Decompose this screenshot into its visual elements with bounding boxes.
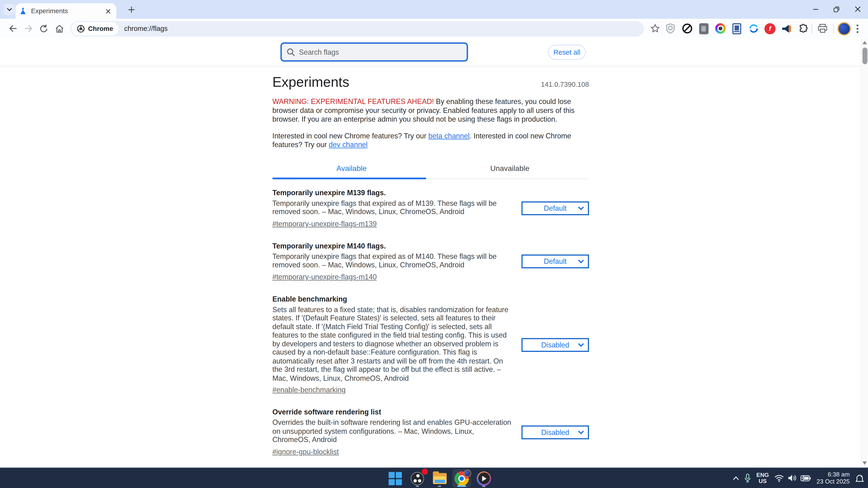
chevron-up-icon — [733, 476, 739, 480]
flag-value-select[interactable]: Default — [522, 255, 589, 269]
notification-center-button[interactable]: z — [855, 474, 864, 483]
profile-button[interactable] — [836, 21, 852, 36]
content-blocker-extension-button[interactable] — [681, 23, 692, 34]
shield-icon — [666, 23, 675, 34]
extensions-menu-button[interactable] — [798, 23, 809, 34]
tray-overflow-button[interactable] — [733, 476, 739, 480]
shield-extension-button[interactable] — [665, 23, 676, 34]
version-label: 141.0.7390.108 — [541, 81, 589, 89]
address-bar[interactable]: Chrome chrome://flags — [70, 21, 644, 36]
home-button[interactable] — [52, 21, 67, 36]
restore-icon — [833, 6, 840, 12]
back-button[interactable] — [5, 21, 21, 36]
flag-value: Disabled — [541, 428, 569, 436]
region-code: US — [758, 478, 767, 484]
search-flags-field[interactable] — [281, 43, 468, 62]
chevron-down-icon — [578, 430, 584, 434]
flag-description: Temporarily unexpire flags that expired … — [272, 199, 514, 217]
browser-menu-button[interactable] — [852, 21, 863, 36]
bookmark-star-icon — [650, 24, 659, 33]
flag-value: Disabled — [541, 340, 569, 349]
scrollbar-thumb[interactable] — [862, 47, 867, 64]
reload-icon — [39, 24, 49, 33]
document-extension-button[interactable] — [698, 23, 709, 34]
date-label: 23 Oct 2025 — [816, 478, 850, 485]
scroll-down-icon[interactable] — [862, 461, 867, 465]
svg-text:z: z — [861, 474, 862, 478]
flag-permalink[interactable]: #ignore-gpu-blocklist — [272, 448, 339, 456]
start-button[interactable] — [386, 469, 405, 487]
battery-icon — [801, 475, 811, 481]
flag-value-select[interactable]: Disabled — [522, 338, 589, 352]
search-input[interactable] — [299, 48, 462, 56]
file-explorer-button[interactable] — [430, 469, 449, 487]
taskbar-clock[interactable]: 6:38 am 23 Oct 2025 — [816, 471, 850, 485]
megaphone-extension-button[interactable] — [781, 23, 792, 34]
tab-search-caret-button[interactable] — [4, 4, 15, 15]
tab-unavailable[interactable]: Unavailable — [431, 161, 589, 178]
flag-permalink[interactable]: #temporary-unexpire-flags-m140 — [272, 273, 377, 281]
flag-value-select[interactable]: Disabled — [522, 425, 589, 439]
obs-icon — [411, 472, 424, 485]
content-blocker-icon — [682, 23, 692, 34]
promo-text: Interested in cool new Chrome features? … — [272, 132, 428, 140]
minimize-button[interactable] — [805, 0, 826, 18]
reading-list-extension-button[interactable] — [731, 23, 742, 34]
sync-extension-button[interactable] — [748, 23, 759, 34]
flag-title: Enable benchmarking — [272, 295, 514, 303]
media-player-button[interactable] — [474, 469, 493, 487]
browser-tab-strip: Experiments — [0, 0, 868, 19]
scroll-up-icon[interactable] — [862, 41, 867, 44]
volume-icon — [788, 474, 797, 482]
network-status-group[interactable] — [774, 474, 811, 482]
dev-channel-link[interactable]: dev channel — [329, 141, 368, 149]
camera-extension-button[interactable] — [715, 23, 726, 34]
window-controls — [805, 0, 868, 18]
flags-search-bar: Reset all — [0, 38, 868, 66]
flash-extension-button[interactable]: f — [765, 23, 776, 34]
file-explorer-icon — [433, 473, 446, 484]
bookmark-star-button[interactable] — [647, 21, 663, 36]
site-info-chip[interactable]: Chrome — [71, 22, 119, 35]
chevron-down-icon — [578, 207, 584, 210]
reload-button[interactable] — [36, 21, 52, 36]
toolbar-divider — [833, 24, 834, 33]
close-window-button[interactable] — [847, 0, 868, 18]
time-label: 6:38 am — [828, 471, 849, 478]
page-scrollbar[interactable] — [861, 38, 868, 467]
warning-highlight: WARNING: EXPERIMENTAL FEATURES AHEAD! — [272, 97, 434, 106]
reset-all-button[interactable]: Reset all — [548, 45, 586, 60]
menu-icon — [857, 24, 859, 33]
flag-row: Override software rendering list Overrid… — [272, 408, 589, 456]
flags-content: Experiments 141.0.7390.108 WARNING: EXPE… — [272, 66, 589, 468]
extensions-area: f — [665, 23, 809, 34]
profile-badge-icon — [464, 469, 471, 477]
restore-button[interactable] — [826, 0, 847, 18]
print-button[interactable] — [815, 21, 831, 36]
flag-permalink[interactable]: #enable-benchmarking — [272, 386, 346, 394]
tab-close-button[interactable] — [103, 7, 113, 15]
forward-button[interactable] — [21, 21, 36, 36]
back-icon — [8, 24, 18, 33]
language-code: ENG — [756, 471, 769, 478]
new-tab-button[interactable] — [126, 4, 137, 15]
chrome-app-button[interactable] — [452, 469, 471, 487]
flag-value-select[interactable]: Default — [522, 201, 589, 216]
search-icon — [287, 48, 295, 56]
taskbar-apps — [386, 469, 493, 487]
sync-icon — [748, 23, 759, 34]
microphone-tray-button[interactable] — [745, 474, 751, 483]
toolbar-divider — [812, 24, 812, 33]
language-indicator[interactable]: ENG US — [756, 472, 769, 484]
extensions-icon — [798, 24, 808, 33]
chevron-down-icon — [578, 343, 584, 347]
flag-text: Enable benchmarking Sets all features to… — [272, 295, 514, 395]
tab-available[interactable]: Available — [272, 161, 431, 178]
flag-description: Temporarily unexpire flags that expired … — [272, 252, 514, 269]
browser-tab-experiments[interactable]: Experiments — [16, 3, 116, 19]
obs-app-button[interactable] — [408, 469, 427, 487]
beta-channel-link[interactable]: beta channel — [428, 132, 470, 140]
flag-permalink[interactable]: #temporary-unexpire-flags-m139 — [272, 220, 377, 228]
profile-avatar — [838, 22, 851, 35]
system-tray: ENG US 6:38 am 23 Oct 2025 z — [733, 468, 864, 488]
